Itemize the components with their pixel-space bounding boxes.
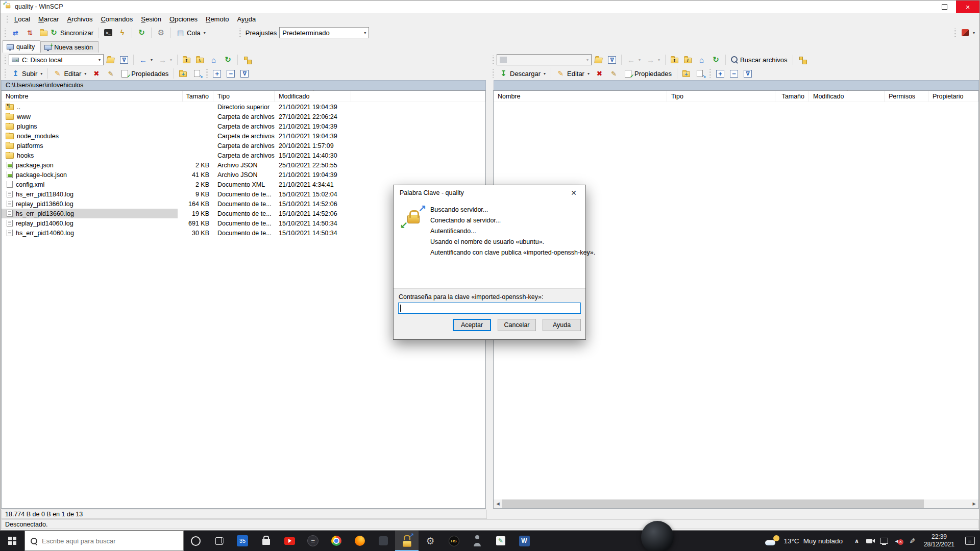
file-row-..[interactable]: ..Directorio superior21/10/2021 19:04:39	[2, 102, 485, 112]
taskbar-search[interactable]	[24, 531, 184, 551]
horizontal-scrollbar[interactable]: ◀ ▶	[494, 499, 978, 508]
column-header-propietario[interactable]: Propietario	[928, 91, 978, 102]
column-header-tipo[interactable]: Tipo	[667, 91, 775, 102]
hidden-icons-chevron[interactable]	[850, 531, 864, 551]
tree-toggle-button[interactable]	[240, 54, 254, 65]
compare-directories-button[interactable]	[9, 27, 22, 38]
new-link-button[interactable]	[693, 68, 707, 79]
menu-ayuda[interactable]: Ayuda	[233, 14, 260, 24]
column-header-tipo[interactable]: Tipo	[213, 91, 275, 102]
new-file-button[interactable]	[190, 68, 204, 79]
start-button[interactable]	[0, 531, 24, 551]
scroll-left-arrow[interactable]: ◀	[494, 499, 502, 508]
upload-button[interactable]: Subir	[9, 68, 45, 79]
menu-remoto[interactable]: Remoto	[202, 14, 233, 24]
open-terminal-button[interactable]	[102, 28, 115, 38]
filter-button[interactable]	[117, 55, 131, 65]
app-icon[interactable]	[372, 531, 395, 551]
accept-button[interactable]: Aceptar	[453, 319, 491, 331]
rename-button[interactable]	[104, 68, 117, 79]
firefox-icon[interactable]	[348, 531, 372, 551]
scroll-right-arrow[interactable]: ▶	[970, 499, 978, 508]
properties-button[interactable]: Propiedades	[118, 68, 171, 79]
menu-archivos[interactable]: Archivos	[63, 14, 97, 24]
minimize-button[interactable]	[909, 1, 933, 13]
menu-comandos[interactable]: Comandos	[96, 14, 137, 24]
preferences-button[interactable]	[154, 27, 168, 38]
cortana-icon[interactable]	[184, 531, 207, 551]
parent-directory-button[interactable]	[668, 55, 681, 65]
root-directory-button[interactable]	[681, 55, 694, 65]
chrome-icon[interactable]	[325, 531, 348, 551]
column-header-modificado[interactable]: Modificado	[809, 91, 885, 102]
local-drive-combobox[interactable]: C: Disco local	[9, 54, 104, 65]
task-view-icon[interactable]	[207, 531, 231, 551]
tab-quality[interactable]: quality	[3, 40, 40, 53]
file-row-package-lock.json[interactable]: package-lock.json41 KBArchivo JSON21/10/…	[2, 170, 485, 180]
menu-local[interactable]: Local	[10, 14, 34, 24]
calendar-app-icon[interactable]: 35	[231, 531, 254, 551]
synchronize-button[interactable]: Sincronizar	[37, 27, 96, 38]
clock[interactable]: 22:39 28/12/2021	[924, 533, 954, 548]
notes-app-icon[interactable]	[489, 531, 512, 551]
column-header-permisos[interactable]: Permisos	[885, 91, 928, 102]
filter-button[interactable]	[605, 55, 619, 65]
winscp-icon[interactable]: ↗	[395, 531, 419, 551]
maximize-button[interactable]	[933, 1, 956, 13]
store-icon[interactable]	[254, 531, 278, 551]
close-button[interactable]	[956, 1, 979, 13]
synchronize-browsing-button[interactable]	[23, 27, 37, 38]
delete-button[interactable]	[89, 68, 103, 79]
unselect-button[interactable]	[224, 68, 237, 79]
select-button[interactable]	[714, 68, 727, 79]
refresh-remote-button[interactable]	[709, 54, 723, 65]
media-app-icon[interactable]	[301, 531, 325, 551]
search-input[interactable]	[42, 537, 164, 545]
weather-icon[interactable]	[765, 535, 780, 546]
local-path-bar[interactable]: C:\Users\user\infovehiculos	[1, 80, 486, 90]
unselect-button[interactable]	[727, 68, 741, 79]
rename-button[interactable]	[607, 68, 621, 79]
root-directory-button[interactable]	[193, 55, 206, 65]
windows-ink-icon[interactable]	[905, 531, 919, 551]
menu-opciones[interactable]: Opciones	[165, 14, 202, 24]
edit-button[interactable]: Editar	[51, 68, 89, 79]
session-color-button[interactable]	[959, 27, 977, 38]
home-directory-button[interactable]	[207, 54, 220, 65]
parent-directory-button[interactable]	[180, 55, 193, 65]
dialog-close-button[interactable]	[568, 189, 579, 197]
select-filter-button[interactable]	[741, 68, 754, 79]
column-header-tamano[interactable]: Tamaño	[775, 91, 809, 102]
file-row-node_modules[interactable]: node_modulesCarpeta de archivos21/10/202…	[2, 131, 485, 141]
weather-text[interactable]: 13°CMuy nublado	[783, 537, 842, 545]
cancel-button[interactable]: Cancelar	[498, 319, 536, 331]
menu-marcar[interactable]: Marcar	[34, 14, 63, 24]
column-header-tamano[interactable]: Tamaño	[183, 91, 213, 102]
contacts-app-icon[interactable]	[465, 531, 489, 551]
refresh-local-button[interactable]	[221, 54, 235, 65]
new-folder-button[interactable]	[680, 68, 693, 79]
network-icon[interactable]	[877, 531, 891, 551]
presets-combobox[interactable]: Predeterminado	[279, 27, 369, 38]
dialog-title-bar[interactable]: Palabra Clave - quality	[394, 185, 585, 201]
hs-app-icon[interactable]: HS	[442, 531, 465, 551]
notification-center-icon[interactable]	[960, 531, 980, 551]
password-input[interactable]	[398, 303, 581, 314]
open-putty-button[interactable]	[115, 27, 129, 38]
menu-sesión[interactable]: Sesión	[137, 14, 165, 24]
file-row-platforms[interactable]: platformsCarpeta de archivos20/10/2021 1…	[2, 141, 485, 151]
file-row-package.json[interactable]: package.json2 KBArchivo JSON25/10/2021 2…	[2, 160, 485, 170]
open-directory-button[interactable]	[592, 55, 605, 65]
edit-button[interactable]: Editar	[554, 68, 592, 79]
select-button[interactable]	[210, 68, 224, 79]
select-filter-button[interactable]	[238, 68, 251, 79]
tab-new-session[interactable]: Nueva sesión	[40, 41, 99, 53]
find-files-button[interactable]: Buscar archivos	[728, 55, 790, 65]
column-header-nombre[interactable]: Nombre	[494, 91, 667, 102]
column-header-modificado[interactable]: Modificado	[275, 91, 351, 102]
word-icon[interactable]: W	[512, 531, 536, 551]
file-row-www[interactable]: wwwCarpeta de archivos27/10/2021 22:06:2…	[2, 112, 485, 121]
file-row-plugins[interactable]: pluginsCarpeta de archivos21/10/2021 19:…	[2, 121, 485, 131]
download-button[interactable]: Descargar	[497, 68, 548, 79]
volume-muted-icon[interactable]	[891, 531, 905, 551]
